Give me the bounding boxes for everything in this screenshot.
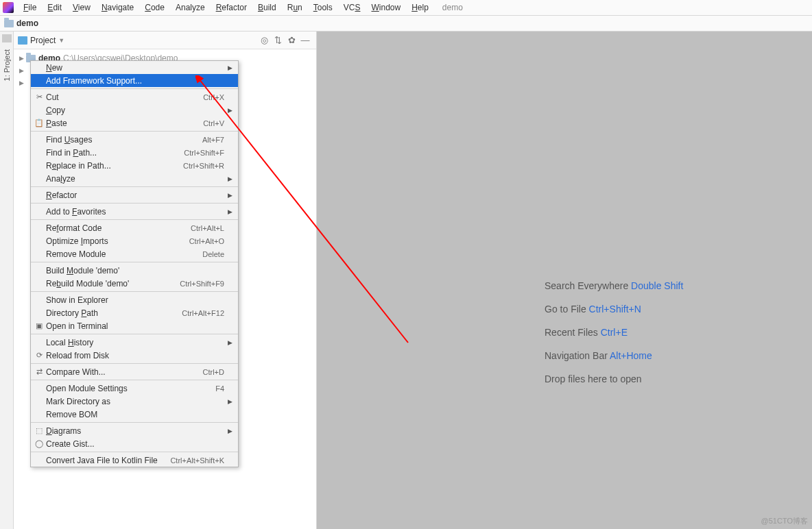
menu-item-label: Paste [45,119,203,128]
menu-item-label: Add to Favorites [45,207,224,217]
menu-item-diagrams[interactable]: ⬚Diagrams▶ [31,424,238,437]
menu-item-label: Show in Explorer [45,295,224,305]
menu-shortcut: Ctrl+Alt+O [189,237,224,245]
menu-tools[interactable]: Tools [308,1,338,14]
menu-shortcut: Alt+F7 [202,136,224,144]
menu-separator [31,186,238,187]
menu-help[interactable]: Help [406,1,434,14]
chevron-down-icon[interactable]: ▼ [58,37,64,44]
reload-icon: ⟳ [34,351,45,360]
menu-shortcut: Ctrl+Alt+Shift+K [170,456,224,465]
menu-item-create-gist[interactable]: ◯Create Gist... [31,437,238,450]
menu-shortcut: Ctrl+Shift+R [183,162,224,170]
menu-item-label: Directory Path [45,308,182,318]
menu-shortcut: Ctrl+Shift+F9 [180,280,224,288]
panel-header: Project ▼ ◎ ⇅ ✿ — [14,32,316,49]
settings-icon[interactable]: ⇅ [272,35,283,45]
panel-title[interactable]: Project [30,36,56,45]
menu-vcs[interactable]: VCS [338,1,366,14]
menu-item-local-history[interactable]: Local History▶ [31,336,238,349]
menu-view[interactable]: View [67,1,96,14]
breadcrumb[interactable]: demo [0,15,812,32]
menu-run[interactable]: Run [282,1,308,14]
menu-item-compare-with[interactable]: ⇄Compare With...Ctrl+D [31,365,238,378]
menu-item-label: Reformat Code [45,223,191,233]
menu-code[interactable]: Code [139,1,170,14]
menu-item-label: Mark Directory as [45,397,224,406]
target-icon[interactable]: ◎ [259,35,270,45]
menu-item-label: Compare With... [45,367,203,377]
menu-item-label: Convert Java File to Kotlin File [45,456,170,465]
chevron-right-icon[interactable]: ▶ [19,67,26,74]
menu-item-optimize-imports[interactable]: Optimize ImportsCtrl+Alt+O [31,234,238,247]
paste-icon: 📋 [34,119,45,127]
menu-item-label: New [45,63,224,73]
menu-item-add-to-favorites[interactable]: Add to Favorites▶ [31,205,238,218]
gear-icon[interactable]: ✿ [286,35,297,45]
menu-item-label: Replace in Path... [45,161,183,171]
menu-edit[interactable]: Edit [42,1,67,14]
menu-item-add-framework-support[interactable]: Add Framework Support... [31,74,238,87]
menu-item-find-in-path[interactable]: Find in Path...Ctrl+Shift+F [31,146,238,159]
chevron-right-icon[interactable]: ▶ [19,79,26,86]
tip-row: Go to File Ctrl+Shift+N [545,297,683,321]
menu-item-mark-directory-as[interactable]: Mark Directory as▶ [31,395,238,408]
menu-item-remove-module[interactable]: Remove ModuleDelete [31,247,238,260]
menu-shortcut: Ctrl+Shift+F [184,149,224,157]
menu-separator [31,380,238,380]
menu-shortcut: Ctrl+Alt+L [191,224,224,232]
side-tab-project[interactable]: 1: Project [0,32,14,529]
menu-navigate[interactable]: Navigate [96,1,139,14]
menu-item-analyze[interactable]: Analyze▶ [31,172,238,185]
tip-shortcut: Double Shift [631,280,683,291]
menu-separator [31,422,238,423]
menu-file[interactable]: File [18,1,42,14]
menu-item-paste[interactable]: 📋PasteCtrl+V [31,116,238,130]
menu-build[interactable]: Build [252,1,282,14]
menu-window[interactable]: Window [366,1,406,14]
menu-item-copy[interactable]: Copy▶ [31,103,238,116]
tip-text: Drop files here to open [545,373,642,384]
menu-item-new[interactable]: New▶ [31,61,238,74]
submenu-arrow-icon: ▶ [224,192,232,199]
menu-item-cut[interactable]: ✂CutCtrl+X [31,90,238,103]
menu-item-convert-java-file-to-kotlin-file[interactable]: Convert Java File to Kotlin FileCtrl+Alt… [31,454,238,467]
diagrams-icon: ⬚ [34,426,45,435]
menu-item-remove-bom[interactable]: Remove BOM [31,408,238,421]
context-menu: New▶Add Framework Support...✂CutCtrl+XCo… [30,60,239,467]
menu-refactor[interactable]: Refactor [211,1,252,14]
menu-item-open-in-terminal[interactable]: ▣Open in Terminal [31,319,238,332]
menu-item-label: Reload from Disk [45,351,224,360]
menu-separator [31,219,238,220]
menu-item-label: Find in Path... [45,148,184,158]
github-icon: ◯ [34,439,45,448]
menu-item-label: Remove BOM [45,410,224,419]
menu-item-open-module-settings[interactable]: Open Module SettingsF4 [31,382,238,395]
menu-shortcut: Ctrl+Alt+F12 [182,309,224,317]
folder-icon [4,20,14,27]
project-tool-icon [2,34,12,42]
project-name: demo [434,1,471,14]
menu-separator [31,262,238,262]
menu-analyze[interactable]: Analyze [170,1,211,14]
menu-item-replace-in-path[interactable]: Replace in Path...Ctrl+Shift+R [31,159,238,172]
minimize-icon[interactable]: — [300,35,311,45]
menu-item-label: Optimize Imports [45,236,189,246]
menu-item-directory-path[interactable]: Directory PathCtrl+Alt+F12 [31,306,238,319]
menu-item-refactor[interactable]: Refactor▶ [31,188,238,201]
menu-item-show-in-explorer[interactable]: Show in Explorer [31,293,238,306]
menu-item-label: Copy [45,106,224,115]
welcome-tips: Search Everywhere Double ShiftGo to File… [545,274,683,391]
tip-shortcut: Ctrl+Shift+N [589,304,641,315]
menu-separator [31,334,238,334]
menu-item-reformat-code[interactable]: Reformat CodeCtrl+Alt+L [31,221,238,234]
tip-shortcut: Ctrl+E [601,327,628,338]
chevron-right-icon[interactable]: ▶ [19,55,26,62]
menu-item-find-usages[interactable]: Find UsagesAlt+F7 [31,133,238,146]
menu-item-label: Build Module 'demo' [45,266,224,275]
menu-item-reload-from-disk[interactable]: ⟳Reload from Disk [31,349,238,362]
menu-item-build-module-demo[interactable]: Build Module 'demo' [31,264,238,277]
menu-item-rebuild-module-demo[interactable]: Rebuild Module 'demo'Ctrl+Shift+F9 [31,277,238,290]
menu-item-label: Open in Terminal [45,321,224,331]
menu-item-label: Find Usages [45,135,202,145]
